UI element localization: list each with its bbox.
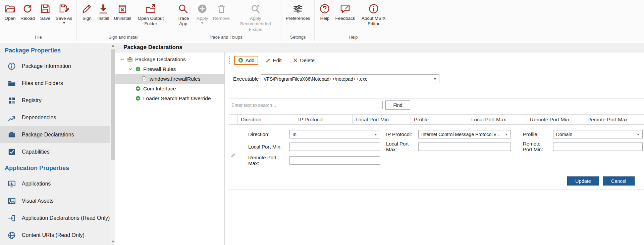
ribbon: Open Reload Save Save As File Sign [0, 0, 644, 41]
apply-button[interactable]: Apply [194, 0, 210, 25]
circle-plus-icon [197, 3, 208, 14]
direction-label: Direction: [248, 131, 289, 137]
edit-row-pencil-icon [230, 152, 236, 158]
save-button-label: Save [40, 16, 50, 21]
executable-dropdown[interactable]: VFS\ProgramFilesX86\Notepad++\notepad++.… [261, 74, 439, 83]
scrollbar-down-arrow[interactable] [111, 241, 115, 243]
edit-button[interactable]: Edit [262, 56, 285, 65]
sign-button[interactable]: Sign [79, 0, 95, 22]
sidebar-heading-application-properties: Application Properties [0, 160, 110, 175]
ip-protocol-dropdown-value: Internet Control Message Protocol v4 (I.… [421, 132, 502, 137]
delete-x-icon [292, 57, 298, 63]
remote-port-max-input[interactable] [289, 156, 380, 165]
help-button[interactable]: Help [317, 0, 333, 22]
output-folder-icon [145, 3, 156, 14]
declarations-tree: Package Declarations Firewall Rules wind… [115, 52, 225, 245]
reload-icon [22, 3, 33, 14]
grid-header-remote-port-max[interactable]: Remote Port Max [584, 115, 644, 124]
sidebar-item-label: Visual Assets [22, 198, 54, 204]
uninstall-button-label: Uninstall [114, 16, 131, 21]
feedback-button[interactable]: Feedback [333, 0, 357, 22]
install-arrow-icon [98, 3, 109, 14]
sidebar-item-visual-assets[interactable]: Visual Assets [0, 192, 110, 209]
form-buttons: Update Cancel [237, 176, 635, 186]
grid-header-ip-protocol[interactable]: IP Protocol [295, 115, 352, 124]
local-port-min-input[interactable] [289, 142, 380, 151]
tree-node-windows-firewallrules[interactable]: windows.firewallRules [115, 74, 224, 84]
open-button[interactable]: Open [2, 0, 18, 22]
search-input[interactable] [229, 101, 383, 109]
remote-port-min-label: Remote Port Min: [511, 141, 553, 152]
remote-port-min-input[interactable] [553, 142, 643, 151]
cancel-button[interactable]: Cancel [603, 176, 635, 186]
tree-node-firewall-rules[interactable]: Firewall Rules [115, 64, 224, 74]
local-port-max-input[interactable] [418, 142, 511, 151]
green-plus-icon [135, 95, 141, 101]
sidebar-item-package-declarations[interactable]: Package Declarations [0, 126, 110, 143]
save-as-icon [58, 3, 70, 14]
sidebar-item-registry[interactable]: Registry [0, 92, 110, 109]
direction-dropdown[interactable]: In [289, 130, 380, 138]
tree-node-loader-search-path-override[interactable]: Loader Search Path Override [115, 93, 224, 103]
grid-header-local-port-max[interactable]: Local Port Max [468, 115, 527, 124]
info-circle-icon [7, 62, 16, 71]
tree-node-package-declarations[interactable]: Package Declarations [115, 54, 224, 64]
sidebar-scrollbar[interactable] [110, 43, 115, 245]
save-as-button[interactable]: Save As [53, 0, 75, 25]
preferences-button[interactable]: Preferences [283, 0, 313, 22]
sidebar-item-dependencies[interactable]: Dependencies [0, 109, 110, 126]
install-button[interactable]: Install [95, 0, 111, 22]
add-button[interactable]: Add [234, 56, 258, 65]
direction-dropdown-value: In [292, 132, 297, 137]
chevron-down-icon [505, 134, 508, 135]
ip-protocol-dropdown[interactable]: Internet Control Message Protocol v4 (I.… [418, 130, 511, 138]
sidebar-item-label: Capabilities [22, 149, 50, 155]
remove-button-label: Remove [213, 16, 229, 21]
ribbon-group-help: Help Feedback About MSIX Editor Help [315, 0, 392, 41]
sidebar-item-content-uris[interactable]: Content URIs (Read Only) [0, 227, 110, 244]
chevron-down-icon[interactable] [120, 57, 125, 62]
chevron-down-icon[interactable] [128, 67, 133, 72]
grid-header-remote-port-min[interactable]: Remote Port Min [527, 115, 584, 124]
sidebar-item-application-declarations[interactable]: Application Declarations (Read Only) [0, 209, 110, 227]
grid-header-indicator-column [229, 115, 237, 124]
scrollbar-up-arrow[interactable] [111, 45, 115, 47]
open-output-folder-button[interactable]: Open Output Folder [133, 0, 168, 28]
panel-toolbar: Add Edit Delete [229, 55, 644, 65]
save-as-button-label: Save As [56, 16, 72, 21]
grid-header-profile[interactable]: Profile [411, 115, 468, 124]
uninstall-button[interactable]: Uninstall [112, 0, 134, 22]
grid-header-direction[interactable]: Direction [237, 115, 295, 124]
scrollbar-thumb[interactable] [111, 49, 115, 160]
tree-node-label: Loader Search Path Override [143, 95, 211, 101]
sidebar-item-applications[interactable]: Applications [0, 175, 110, 192]
delete-button-label: Delete [300, 57, 315, 63]
chevron-down-icon [374, 134, 377, 135]
grid-header: Direction IP Protocol Local Port Min Pro… [229, 114, 644, 125]
tree-node-com-interface[interactable]: Com Interface [115, 84, 224, 93]
delete-button[interactable]: Delete [289, 56, 318, 65]
find-button[interactable]: Find [385, 100, 410, 110]
about-msix-editor-button[interactable]: About MSIX Editor [358, 0, 390, 28]
reload-button[interactable]: Reload [18, 0, 37, 22]
sign-button-label: Sign [83, 16, 92, 21]
sidebar-item-capabilities[interactable]: Capabilities [0, 143, 110, 160]
grid-header-local-port-min[interactable]: Local Port Min [352, 115, 411, 124]
profile-dropdown[interactable]: Domain [553, 130, 643, 138]
save-button[interactable]: Save [37, 0, 53, 22]
apply-recommended-fixups-button[interactable]: Apply Recommended Fixups [232, 0, 279, 33]
trash-icon [216, 3, 227, 14]
toolbar-grip[interactable] [229, 56, 230, 64]
sidebar-item-files-and-folders[interactable]: Files and Folders [0, 75, 110, 92]
reload-button-label: Reload [20, 16, 35, 21]
section-divider [229, 98, 644, 99]
globe-icon [7, 231, 16, 240]
sidebar-item-label: Package Information [22, 63, 71, 69]
update-button[interactable]: Update [567, 176, 599, 186]
remove-button[interactable]: Remove [210, 0, 232, 22]
sidebar-item-label: Registry [22, 97, 42, 104]
sidebar-item-label: Content URIs (Read Only) [22, 232, 85, 238]
sidebar-item-package-information[interactable]: Package Information [0, 57, 110, 75]
info-circle-icon [368, 3, 379, 14]
trace-app-button[interactable]: Trace App [172, 0, 194, 28]
